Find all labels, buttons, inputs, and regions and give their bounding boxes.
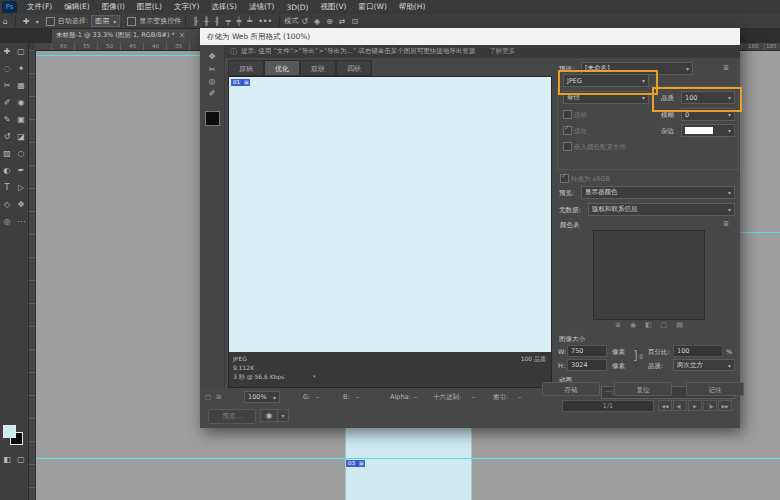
color-table[interactable] (593, 230, 705, 320)
show-transform-checkbox[interactable] (127, 17, 136, 26)
dodge-tool-icon[interactable]: ◐ (1, 162, 13, 179)
more-options-icon[interactable]: ••• (258, 15, 272, 28)
lasso-tool-icon[interactable]: ◌ (1, 60, 13, 77)
delete-color-icon[interactable]: ▤ (676, 321, 683, 329)
brush-tool-icon[interactable]: ✎ (1, 111, 13, 128)
align-left-icon[interactable]: ╟ (193, 15, 198, 28)
chevron-down-icon[interactable]: ▾ (36, 15, 39, 28)
pen-tool-icon[interactable]: ✒ (15, 162, 27, 179)
transparency-icon[interactable]: ◉ (630, 321, 636, 329)
hand-toggle-icon[interactable]: ▢ (205, 393, 211, 401)
zoom-tool-icon[interactable]: ◎ (1, 213, 13, 230)
eraser-tool-icon[interactable]: ◪ (15, 128, 27, 145)
marquee-tool-icon[interactable]: ▢ (15, 43, 27, 60)
tab-optimized[interactable]: 优化 (264, 60, 300, 76)
clone-stamp-tool-icon[interactable]: ▣ (15, 111, 27, 128)
3d-scale-icon[interactable]: ⊡ (352, 15, 359, 28)
menu-select[interactable]: 选择(S) (205, 2, 243, 12)
menu-file[interactable]: 文件(F) (21, 2, 58, 12)
menu-edit[interactable]: 编辑(E) (58, 2, 96, 12)
slice-select-tool-icon[interactable]: ✂ (205, 64, 219, 76)
menu-layer[interactable]: 图层(L) (131, 2, 168, 12)
height-input[interactable]: 3024 (567, 359, 607, 371)
matte-dropdown[interactable]: ▾ (681, 124, 735, 137)
slice-badge-03[interactable]: 03 ▣ (346, 460, 365, 467)
vertical-ruler[interactable] (28, 50, 36, 500)
quick-mask-icon[interactable]: ◧ (1, 451, 13, 468)
first-frame-button[interactable]: ◀◀ (658, 400, 672, 411)
crop-tool-icon[interactable]: ✂ (1, 77, 13, 94)
hand-tool-icon[interactable]: ✥ (15, 196, 27, 213)
move-tool-preset-icon[interactable]: ✚ (23, 15, 30, 28)
menu-image[interactable]: 图像(I) (96, 2, 131, 12)
menu-3d[interactable]: 3D(D) (280, 3, 314, 12)
3d-slide-icon[interactable]: ⇄ (339, 15, 346, 28)
remember-button[interactable]: 记住 (686, 382, 744, 396)
3d-pan-icon[interactable]: ⊕ (326, 15, 333, 28)
gradient-tool-icon[interactable]: ▨ (1, 145, 13, 162)
next-frame-button[interactable]: ▕▶ (703, 400, 717, 411)
slice-badge-01[interactable]: 01 ▣ (231, 79, 250, 86)
slice-visibility-icon[interactable]: ⊞ (216, 393, 221, 401)
preview-canvas[interactable]: 01 ▣ (229, 77, 551, 352)
guide-line[interactable] (36, 55, 200, 56)
foreground-color-swatch[interactable] (3, 425, 16, 438)
dialog-title-bar[interactable]: 存储为 Web 所用格式 (100%) (200, 28, 740, 45)
width-input[interactable]: 750 (567, 345, 607, 357)
guide-line[interactable] (740, 232, 780, 233)
align-bottom-icon[interactable]: ╧ (247, 15, 252, 28)
document-tab[interactable]: 未标题-1 @ 33.3% (图层 1, RGB/8#) * × (52, 28, 210, 43)
previous-frame-button[interactable]: ◀▏ (673, 400, 687, 411)
preview-mode-dropdown[interactable]: 显示器颜色 ▾ (581, 186, 735, 199)
zoom-level-dropdown[interactable]: 100% ▾ (244, 391, 280, 403)
resample-dropdown[interactable]: 两次立方 ▾ (673, 359, 735, 371)
chevron-down-icon[interactable]: ▾ (313, 373, 316, 379)
menu-view[interactable]: 视图(V) (315, 2, 353, 12)
auto-select-checkbox[interactable] (46, 17, 55, 26)
percent-input[interactable]: 100 (673, 345, 723, 357)
close-icon[interactable]: × (179, 31, 186, 40)
edit-toolbar-icon[interactable]: ⋯ (15, 213, 27, 230)
learn-more-link[interactable]: 了解更多 (489, 47, 515, 56)
embed-profile-checkbox[interactable] (563, 142, 572, 151)
align-center-v-icon[interactable]: ╪ (236, 15, 241, 28)
tab-4up[interactable]: 四联 (336, 60, 372, 76)
shape-tool-icon[interactable]: ◇ (1, 196, 13, 213)
menu-filter[interactable]: 滤镜(T) (243, 2, 280, 12)
tab-original[interactable]: 原稿 (228, 60, 264, 76)
browser-select-widget[interactable]: ◉ ▾ (260, 409, 289, 422)
reset-button[interactable]: 复位 (614, 382, 672, 396)
save-button[interactable]: 存储 (542, 382, 600, 396)
align-center-h-icon[interactable]: ╫ (204, 15, 209, 28)
type-tool-icon[interactable]: T (1, 179, 13, 196)
lock-color-icon[interactable]: ◧ (645, 321, 652, 329)
menu-type[interactable]: 文字(Y) (168, 2, 205, 12)
zoom-tool-icon[interactable]: ◎ (205, 76, 219, 88)
3d-orbit-icon[interactable]: ↺ (301, 15, 308, 28)
last-frame-button[interactable]: ▶▶ (718, 400, 732, 411)
panel-menu-icon[interactable]: ≣ (723, 64, 729, 72)
guide-line[interactable] (36, 458, 780, 459)
history-brush-tool-icon[interactable]: ↺ (1, 128, 13, 145)
color-table-menu-icon[interactable]: ≣ (723, 220, 729, 228)
progressive-checkbox[interactable] (563, 110, 572, 119)
info-download-time[interactable]: 3 秒 @ 56.6 Kbps (233, 373, 284, 382)
play-button[interactable]: ▶ (688, 400, 702, 411)
hand-tool-icon[interactable]: ✥ (205, 51, 219, 63)
preview-in-browser-button[interactable]: 预览... (208, 409, 256, 424)
home-icon[interactable]: ⌂ (3, 15, 8, 28)
slice-tool-icon[interactable]: ▦ (15, 77, 27, 94)
eyedropper-tool-icon[interactable]: ✐ (205, 88, 219, 100)
healing-tool-icon[interactable]: ◉ (15, 94, 27, 111)
srgb-checkbox[interactable]: ✓ (560, 174, 569, 183)
menu-window[interactable]: 窗口(W) (353, 2, 393, 12)
optimized-checkbox[interactable]: ✓ (563, 126, 572, 135)
eyedropper-tool-icon[interactable]: ✐ (1, 94, 13, 111)
metadata-dropdown[interactable]: 版权和联系信息 ▾ (588, 203, 735, 216)
add-color-icon[interactable]: ▢ (661, 321, 668, 329)
screen-mode-icon[interactable]: ▢ (15, 451, 27, 468)
eyedropper-color-swatch[interactable] (205, 111, 220, 126)
snap-web-icon[interactable]: ⊗ (615, 321, 621, 329)
quick-select-tool-icon[interactable]: ✦ (15, 60, 27, 77)
blur-tool-icon[interactable]: ○ (15, 145, 27, 162)
